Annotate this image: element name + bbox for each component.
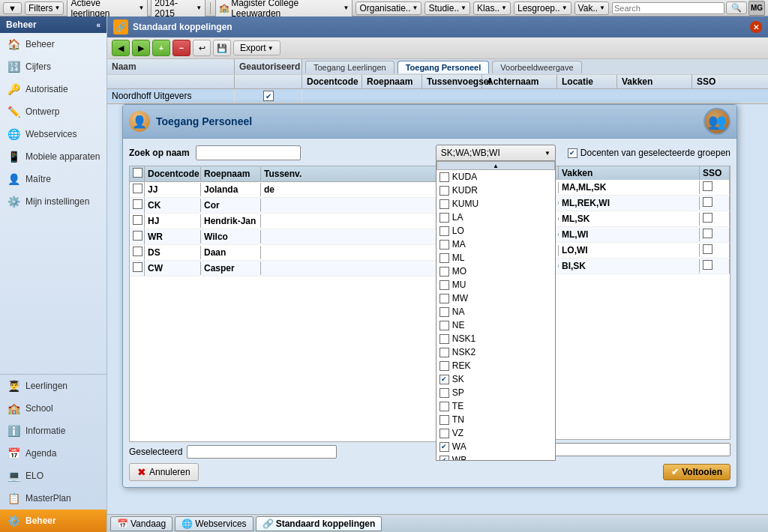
dropdown-item-na[interactable]: NA (436, 305, 555, 318)
cb-wa[interactable]: ✔ (440, 442, 449, 452)
dropdown-item-te[interactable]: TE (436, 399, 555, 413)
select-all-cb[interactable] (133, 168, 142, 178)
sidebar-item-beheer-bottom[interactable]: ⚙️ Beheer (0, 510, 106, 532)
dropdown-item-ml[interactable]: ML (436, 251, 555, 265)
dropdown-item-nsk1[interactable]: NSK1 (436, 332, 555, 345)
sidebar-item-mobiele-apparaten[interactable]: 📱 Mobiele apparaten (0, 145, 106, 168)
sidebar-item-elo[interactable]: 💻 ELO (0, 465, 106, 487)
rt-row-2[interactable]: ML,REK,WI (536, 196, 730, 211)
cb-kumu[interactable] (440, 199, 449, 209)
dropdown-item-sk[interactable]: ✔SK (436, 372, 555, 386)
dropdown-item-kuda[interactable]: KUDA (436, 170, 555, 184)
rt-row-1[interactable]: Sch MA,ML,SK (536, 180, 730, 196)
annuleren-button[interactable]: ✖ Annuleren (129, 463, 199, 481)
dropdown-item-tn[interactable]: TN (436, 413, 555, 426)
cb-ma[interactable] (440, 240, 449, 250)
dropdown-item-lo[interactable]: LO (436, 224, 555, 238)
cb-lo[interactable] (440, 226, 449, 236)
lesgroep-dropdown[interactable]: Lesgroep.. ▼ (514, 1, 572, 15)
studie-dropdown[interactable]: Studie.. ▼ (424, 1, 470, 15)
cb-nsk1[interactable] (440, 334, 449, 344)
export-button[interactable]: Export ▼ (233, 40, 280, 55)
close-button[interactable]: ✕ (750, 21, 762, 33)
cb-sk[interactable]: ✔ (440, 375, 449, 384)
sidebar-item-cijfers[interactable]: 🔢 Cijfers (0, 55, 106, 78)
cb-row-wr[interactable] (133, 231, 142, 241)
filters-dropdown[interactable]: Filters ▼ (25, 1, 64, 15)
dropdown-item-ma[interactable]: MA (436, 238, 555, 251)
sidebar-item-leerlingen[interactable]: 👨‍🎓 Leerlingen (0, 375, 106, 397)
dropdown-item-wb[interactable]: ✔WB (436, 453, 555, 461)
dropdown-item-nsk2[interactable]: NSK2 (436, 345, 555, 359)
dropdown-item-kudr[interactable]: KUDR (436, 184, 555, 197)
sidebar-item-ontwerp[interactable]: ✏️ Ontwerp (0, 100, 106, 123)
sidebar-item-masterplan[interactable]: 📋 MasterPlan (0, 487, 106, 510)
cb-la[interactable] (440, 213, 449, 223)
dropdown-item-kumu[interactable]: KUMU (436, 197, 555, 211)
sidebar-item-maitre[interactable]: 👤 Maître (0, 168, 106, 190)
rt-row-6[interactable]: BI,SK (536, 259, 730, 274)
dropdown-item-wa[interactable]: ✔WA (436, 440, 555, 453)
cb-vz[interactable] (440, 429, 449, 438)
sidebar-item-autorisatie[interactable]: 🔑 Autorisatie (0, 78, 106, 100)
voltooien-button[interactable]: ✔ Voltooien (663, 464, 730, 480)
sidebar-item-webservices[interactable]: 🌐 Webservices (0, 123, 106, 145)
scroll-up[interactable]: ▲ (436, 161, 555, 170)
dropdown-item-mw[interactable]: MW (436, 291, 555, 305)
app-menu-button[interactable]: ▼ (3, 2, 22, 14)
cb-ne[interactable] (440, 321, 449, 330)
sidebar-item-agenda[interactable]: 📅 Agenda (0, 442, 106, 465)
search-input[interactable] (612, 2, 724, 14)
organisatie-dropdown[interactable]: Organisatie.. ▼ (356, 1, 422, 15)
cb-row-jj[interactable] (133, 184, 142, 193)
dropdown-item-vz[interactable]: VZ (436, 426, 555, 440)
tab-toegang-leerlingen[interactable]: Toegang Leerlingen (305, 61, 394, 73)
table-row[interactable]: Noordhoff Uitgevers ✔ (107, 89, 768, 103)
cb-kudr[interactable] (440, 186, 449, 196)
cb-mu[interactable] (440, 280, 449, 290)
cb-row-cw[interactable] (133, 262, 142, 272)
rt-row-4[interactable]: ML,WI (536, 227, 730, 243)
delete-button[interactable]: − (172, 40, 190, 56)
forward-button[interactable]: ▶ (132, 40, 150, 56)
sidebar-item-mijn-instellingen[interactable]: ⚙️ Mijn instellingen (0, 190, 106, 213)
dropdown-item-mu[interactable]: MU (436, 278, 555, 291)
rt-row-3[interactable]: ML,SK (536, 211, 730, 227)
rt-row-5[interactable]: Sch LO,WI (536, 243, 730, 259)
cb-nsk2[interactable] (440, 348, 449, 357)
search-button[interactable]: 🔍 (726, 1, 747, 14)
cb-kuda[interactable] (440, 172, 449, 182)
docenten-checkbox[interactable]: ✔ (568, 148, 578, 158)
cb-rek[interactable] (440, 361, 449, 371)
cb-na[interactable] (440, 307, 449, 317)
dropdown-item-mo[interactable]: MO (436, 265, 555, 278)
dropdown-item-rek[interactable]: REK (436, 359, 555, 372)
geselecteerd-input[interactable] (187, 445, 337, 459)
tab-voorbeeldweergave[interactable]: Voorbeeldweergave (492, 61, 581, 73)
search-input[interactable] (196, 145, 301, 160)
add-button[interactable]: + (152, 40, 170, 56)
cb-ml[interactable] (440, 253, 449, 263)
cb-wb[interactable]: ✔ (440, 456, 449, 462)
bottom-tab-standaard-koppelingen[interactable]: 🔗 Standaard koppelingen (256, 516, 382, 531)
cb-mw[interactable] (440, 294, 449, 303)
cb-row-ds[interactable] (133, 247, 142, 256)
dropdown-item-sp[interactable]: SP (436, 386, 555, 399)
back-button[interactable]: ◀ (112, 40, 130, 56)
cb-tn[interactable] (440, 415, 449, 425)
klas-dropdown[interactable]: Klas.. ▼ (473, 1, 511, 15)
right-input[interactable] (536, 443, 730, 456)
vak-dropdown[interactable]: Vak.. ▼ (574, 1, 609, 15)
vakken-dropdown-toggle[interactable]: SK;WA;WB;WI ▼ (436, 145, 556, 161)
cb-row-hj[interactable] (133, 215, 142, 225)
sidebar-collapse-button[interactable]: « (96, 21, 100, 29)
sidebar-item-informatie[interactable]: ℹ️ Informatie (0, 420, 106, 442)
sidebar-item-school[interactable]: 🏫 School (0, 397, 106, 420)
tab-toegang-personeel[interactable]: Toegang Personeel (398, 61, 490, 73)
cb-row-ck[interactable] (133, 199, 142, 209)
dropdown-item-ne[interactable]: NE (436, 318, 555, 332)
dropdown-item-la[interactable]: LA (436, 211, 555, 224)
cb-te[interactable] (440, 402, 449, 411)
vakken-dropdown-list[interactable]: ▲ KUDA KUDR KUMU LA LO MA ML MO MU MW (436, 161, 556, 461)
cb-sp[interactable] (440, 388, 449, 398)
